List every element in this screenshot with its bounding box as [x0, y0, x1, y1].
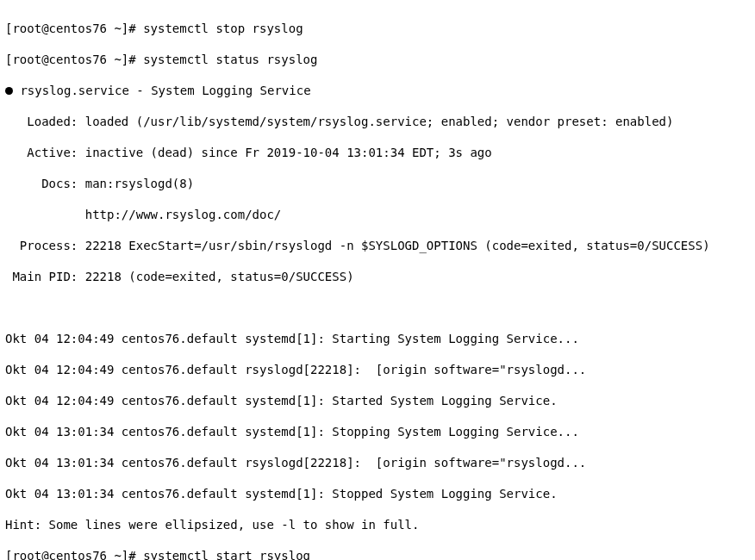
loaded-line: Loaded: loaded (/usr/lib/systemd/system/… — [5, 114, 750, 129]
command-text: systemctl stop rsyslog — [143, 22, 303, 35]
prompt-line: [root@centos76 ~]# systemctl start rsysl… — [5, 548, 750, 560]
blank-line — [5, 300, 750, 315]
terminal-output[interactable]: [root@centos76 ~]# systemctl stop rsyslo… — [0, 0, 755, 560]
prompt: [root@centos76 ~]# — [5, 53, 143, 66]
docs-line: Docs: man:rsyslogd(8) — [5, 176, 750, 191]
log-line: Okt 04 13:01:34 centos76.default systemd… — [5, 424, 750, 439]
log-line: Okt 04 12:04:49 centos76.default systemd… — [5, 393, 750, 408]
mainpid-line: Main PID: 22218 (code=exited, status=0/S… — [5, 269, 750, 284]
log-line: Okt 04 12:04:49 centos76.default rsyslog… — [5, 362, 750, 377]
status-header: rsyslog.service - System Logging Service — [5, 83, 750, 98]
prompt: [root@centos76 ~]# — [5, 22, 143, 35]
active-line: Active: inactive (dead) since Fr 2019-10… — [5, 145, 750, 160]
log-line: Okt 04 13:01:34 centos76.default rsyslog… — [5, 455, 750, 470]
log-line: Okt 04 12:04:49 centos76.default systemd… — [5, 331, 750, 346]
log-line: Okt 04 13:01:34 centos76.default systemd… — [5, 486, 750, 501]
prompt-line: [root@centos76 ~]# systemctl stop rsyslo… — [5, 21, 750, 36]
hint-line: Hint: Some lines were ellipsized, use -l… — [5, 517, 750, 532]
status-dot-icon — [5, 84, 13, 97]
status-header-text: rsyslog.service - System Logging Service — [13, 84, 311, 97]
command-text: systemctl status rsyslog — [143, 53, 317, 66]
prompt-line: [root@centos76 ~]# systemctl status rsys… — [5, 52, 750, 67]
command-text: systemctl start rsyslog — [143, 549, 310, 560]
process-line: Process: 22218 ExecStart=/usr/sbin/rsysl… — [5, 238, 750, 253]
docs-line: http://www.rsyslog.com/doc/ — [5, 207, 750, 222]
prompt: [root@centos76 ~]# — [5, 549, 143, 560]
